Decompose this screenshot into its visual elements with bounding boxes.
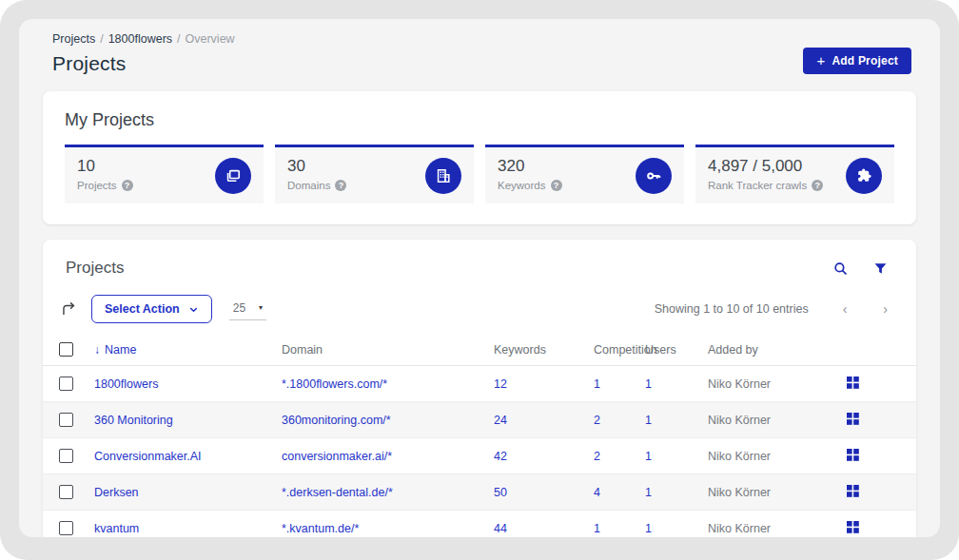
- project-domain-link[interactable]: *.derksen-dental.de/*: [282, 486, 393, 499]
- select-action-dropdown[interactable]: Select Action: [91, 295, 212, 323]
- breadcrumb: Projects / 1800flowers / Overview: [52, 32, 911, 46]
- filter-icon[interactable]: [873, 261, 888, 276]
- table-row: Conversionmaker.AI conversionmaker.ai/* …: [43, 438, 916, 474]
- added-by-cell: Niko Körner: [700, 438, 831, 474]
- projects-table-title: Projects: [66, 259, 832, 278]
- projects-stack-icon: [215, 158, 251, 194]
- keywords-count-link[interactable]: 12: [494, 377, 507, 391]
- column-header-added-by[interactable]: Added by: [700, 335, 831, 366]
- select-action-label: Select Action: [105, 302, 180, 316]
- table-row: 1800flowers *.1800flowers.com/* 12 1 1 N…: [43, 366, 916, 402]
- export-arrow-icon[interactable]: [60, 300, 78, 319]
- project-name-link[interactable]: kvantum: [94, 522, 139, 535]
- table-row: Derksen *.derksen-dental.de/* 50 4 1 Nik…: [43, 474, 916, 511]
- my-projects-card: My Projects 10 Projects ?: [43, 91, 916, 224]
- added-by-cell: Niko Körner: [700, 366, 831, 402]
- breadcrumb-separator: /: [100, 32, 103, 46]
- column-header-name[interactable]: ↓Name: [87, 335, 274, 366]
- project-name-link[interactable]: Derksen: [94, 486, 139, 499]
- building-icon: [425, 158, 461, 194]
- search-icon[interactable]: [832, 261, 849, 277]
- add-project-label: Add Project: [832, 54, 898, 68]
- added-by-cell: Niko Körner: [700, 511, 831, 538]
- project-domain-link[interactable]: 360monitoring.com/*: [282, 414, 391, 427]
- projects-table: ↓Name Domain Keywords Competition Users …: [43, 335, 916, 537]
- dashboard-grid-icon[interactable]: [847, 413, 859, 428]
- row-checkbox[interactable]: [59, 449, 73, 463]
- plus-icon: +: [816, 56, 825, 66]
- prev-page-chevron[interactable]: ‹: [843, 301, 848, 317]
- page-size-select[interactable]: 25 ▾: [229, 299, 266, 320]
- added-by-cell: Niko Körner: [700, 402, 831, 438]
- dashboard-grid-icon[interactable]: [847, 521, 859, 536]
- dashboard-grid-icon[interactable]: [847, 485, 859, 500]
- dashboard-grid-icon[interactable]: [847, 449, 859, 464]
- table-header-row: ↓Name Domain Keywords Competition Users …: [43, 335, 916, 366]
- page-size-value: 25: [233, 301, 245, 315]
- competition-count-link[interactable]: 2: [594, 450, 600, 463]
- project-domain-link[interactable]: conversionmaker.ai/*: [282, 450, 392, 463]
- table-row: 360 Monitoring 360monitoring.com/* 24 2 …: [43, 402, 916, 438]
- competition-count-link[interactable]: 4: [594, 486, 600, 499]
- app-window-frame: Projects / 1800flowers / Overview Projec…: [0, 0, 959, 560]
- row-checkbox[interactable]: [59, 521, 73, 535]
- stat-tile-projects: 10 Projects ?: [65, 145, 264, 203]
- project-name-link[interactable]: Conversionmaker.AI: [94, 450, 202, 463]
- row-checkbox[interactable]: [59, 413, 73, 427]
- users-count-link[interactable]: 1: [645, 414, 652, 427]
- help-icon[interactable]: ?: [122, 180, 133, 191]
- my-projects-title: My Projects: [65, 110, 894, 130]
- projects-label: Projects: [77, 180, 117, 191]
- pagination: ‹ ›: [843, 301, 888, 317]
- project-name-link[interactable]: 360 Monitoring: [94, 414, 173, 427]
- users-count-link[interactable]: 1: [645, 522, 652, 535]
- help-icon[interactable]: ?: [551, 180, 562, 191]
- keywords-count-link[interactable]: 50: [494, 486, 507, 499]
- column-header-competition[interactable]: Competition: [586, 335, 637, 366]
- puzzle-icon: [846, 158, 882, 194]
- competition-count-link[interactable]: 1: [594, 377, 600, 391]
- row-checkbox[interactable]: [59, 377, 73, 391]
- users-count-link[interactable]: 1: [645, 486, 652, 499]
- help-icon[interactable]: ?: [812, 180, 823, 191]
- keywords-count-link[interactable]: 42: [494, 450, 507, 463]
- rank-tracker-label: Rank Tracker crawls: [708, 180, 807, 191]
- add-project-button[interactable]: + Add Project: [803, 48, 911, 74]
- breadcrumb-1800flowers[interactable]: 1800flowers: [108, 32, 172, 46]
- column-header-keywords[interactable]: Keywords: [486, 335, 586, 366]
- stat-tile-keywords: 320 Keywords ?: [485, 145, 684, 203]
- sort-descending-icon: ↓: [94, 343, 100, 357]
- project-name-link[interactable]: 1800flowers: [94, 377, 158, 391]
- competition-count-link[interactable]: 2: [594, 414, 600, 427]
- dashboard-grid-icon[interactable]: [847, 377, 859, 392]
- added-by-cell: Niko Körner: [700, 474, 831, 511]
- breadcrumb-overview: Overview: [186, 32, 235, 46]
- top-bar: Projects / 1800flowers / Overview Projec…: [19, 19, 940, 75]
- breadcrumb-separator: /: [177, 32, 180, 46]
- dropdown-triangle-icon: ▾: [259, 303, 263, 312]
- column-header-domain[interactable]: Domain: [274, 335, 486, 366]
- project-domain-link[interactable]: *.1800flowers.com/*: [282, 377, 387, 391]
- page-panel: Projects / 1800flowers / Overview Projec…: [19, 19, 940, 537]
- help-icon[interactable]: ?: [335, 180, 346, 191]
- table-toolbar: Select Action 25 ▾ Showing 1 to 10 of 10…: [43, 278, 916, 335]
- next-page-chevron[interactable]: ›: [883, 301, 888, 317]
- keywords-label: Keywords: [498, 180, 546, 191]
- showing-entries-text: Showing 1 to 10 of 10 entries: [655, 302, 809, 316]
- projects-table-card: Projects: [43, 240, 916, 537]
- users-count-link[interactable]: 1: [645, 450, 652, 463]
- breadcrumb-projects[interactable]: Projects: [52, 32, 95, 46]
- column-header-users[interactable]: Users: [637, 335, 700, 366]
- chevron-down-icon: [188, 304, 199, 315]
- domains-label: Domains: [287, 180, 330, 191]
- keywords-count-link[interactable]: 24: [494, 414, 507, 427]
- select-all-checkbox[interactable]: [59, 342, 73, 357]
- project-domain-link[interactable]: *.kvantum.de/*: [282, 522, 359, 535]
- competition-count-link[interactable]: 1: [594, 522, 600, 535]
- stat-tile-rank-tracker: 4,897 / 5,000 Rank Tracker crawls ?: [695, 145, 894, 203]
- table-row: kvantum *.kvantum.de/* 44 1 1 Niko Körne…: [43, 511, 916, 538]
- row-checkbox[interactable]: [59, 485, 73, 499]
- keywords-count-link[interactable]: 44: [494, 522, 507, 535]
- page-title: Projects: [52, 52, 911, 75]
- users-count-link[interactable]: 1: [645, 377, 652, 391]
